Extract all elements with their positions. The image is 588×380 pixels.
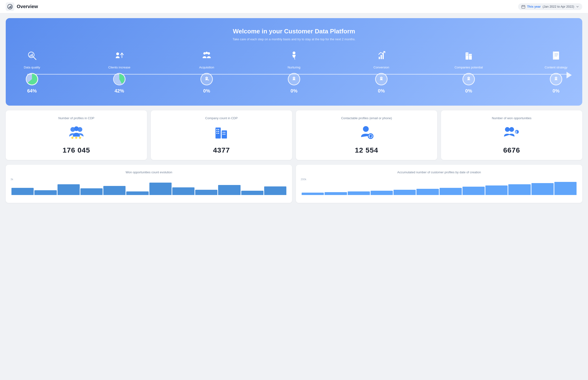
step-conversion-label: Conversion	[373, 66, 389, 69]
stat-won-opps-title: Number of won opportunities	[446, 116, 577, 120]
svg-rect-20	[381, 55, 382, 59]
step-companies-potential-label: Companies potential	[455, 66, 483, 69]
svg-point-18	[293, 52, 295, 54]
step-nurturing-circle	[288, 73, 300, 85]
companies-potential-icon	[464, 51, 474, 63]
bar	[218, 185, 240, 195]
nurturing-icon	[289, 51, 299, 63]
step-companies-potential-circle	[463, 73, 475, 85]
bar	[103, 186, 125, 195]
svg-rect-23	[469, 54, 472, 60]
conversion-icon	[376, 51, 386, 63]
hero-title: Welcome in your Customer Data Platform	[13, 28, 575, 35]
step-companies-potential[interactable]: Companies potential 0%	[454, 51, 483, 94]
stat-card-companies: Company count in CDP 4377	[151, 110, 292, 160]
step-acquisition[interactable]: Acquisition 0%	[192, 51, 221, 94]
date-range-label: (Jan 2022 to Apr 2022)	[543, 5, 574, 8]
calendar-icon	[521, 5, 525, 9]
chart-won-opp-y-label: 3k	[11, 178, 13, 181]
svg-line-9	[33, 57, 36, 60]
svg-rect-51	[223, 134, 223, 135]
svg-rect-2	[10, 6, 11, 8]
stat-card-contactable: Contactable profiles (email or phone) 12…	[296, 110, 437, 160]
bar	[195, 190, 217, 195]
stat-card-profiles: Number of profiles in CDP ⭐ ⭐ ⭐ 176 045	[6, 110, 147, 160]
step-content-strategy-circle	[550, 73, 562, 85]
step-data-quality-label: Data quality	[24, 66, 40, 69]
stat-profiles-value: 176 045	[11, 146, 142, 154]
acquisition-icon	[202, 51, 212, 63]
chart-won-opportunities: Won opportunities count evolution 3k	[6, 165, 292, 203]
svg-point-16	[205, 52, 208, 54]
bar	[485, 186, 507, 195]
step-data-quality[interactable]: Data quality 64%	[18, 51, 46, 94]
step-clients-increase[interactable]: Clients increase 42%	[105, 51, 134, 94]
step-data-quality-circle	[26, 73, 38, 85]
step-data-quality-percent: 64%	[27, 88, 37, 94]
bar	[324, 192, 347, 195]
bar	[58, 184, 80, 195]
step-clients-increase-circle	[113, 73, 125, 85]
step-companies-potential-percent: 0%	[465, 88, 472, 94]
header-left: Overview	[6, 2, 38, 11]
svg-text:€: €	[515, 130, 517, 134]
chevron-down-icon	[576, 5, 579, 8]
step-content-strategy[interactable]: Content strategy 0%	[542, 51, 570, 94]
chart-won-opp-title: Won opportunities count evolution	[11, 171, 287, 174]
svg-point-13	[116, 53, 119, 55]
svg-rect-25	[467, 53, 468, 54]
svg-rect-27	[467, 55, 468, 56]
step-acquisition-circle	[201, 73, 213, 85]
svg-rect-4	[522, 5, 525, 8]
stat-profiles-title: Number of profiles in CDP	[11, 116, 142, 120]
step-acquisition-label: Acquisition	[199, 66, 214, 69]
bar	[554, 182, 577, 195]
svg-rect-19	[379, 57, 380, 59]
stat-profiles-icon: ⭐ ⭐ ⭐	[11, 125, 142, 142]
charts-grid: Won opportunities count evolution 3k	[6, 165, 582, 203]
stat-contactable-value: 12 554	[301, 146, 432, 154]
stats-grid: Number of profiles in CDP ⭐ ⭐ ⭐ 176 045 …	[6, 110, 582, 160]
bar	[241, 191, 264, 195]
bar	[149, 183, 172, 195]
stat-won-opps-value: 6676	[446, 146, 577, 154]
chart-profiles: Accumulated number of customer profiles …	[296, 165, 582, 203]
logo-icon	[6, 2, 14, 11]
svg-rect-49	[223, 132, 223, 133]
svg-text:⭐: ⭐	[79, 136, 81, 139]
step-nurturing-percent: 0%	[291, 88, 298, 94]
step-conversion[interactable]: Conversion 0%	[367, 51, 396, 94]
svg-rect-46	[218, 131, 219, 132]
date-picker-button[interactable]: This year (Jan 2022 to Apr 2022)	[518, 3, 582, 10]
step-nurturing[interactable]: Nurturing 0%	[280, 51, 308, 94]
svg-rect-12	[32, 54, 33, 57]
svg-rect-21	[383, 53, 384, 59]
step-nurturing-label: Nurturing	[287, 66, 300, 69]
svg-point-53	[363, 126, 369, 132]
svg-rect-28	[470, 55, 470, 56]
bar	[34, 190, 57, 195]
bar	[463, 187, 485, 195]
bar	[508, 184, 530, 195]
stat-contactable-icon	[301, 125, 432, 142]
svg-rect-24	[466, 53, 467, 54]
clients-increase-icon	[114, 51, 124, 63]
bar	[416, 189, 439, 195]
svg-rect-43	[216, 129, 217, 130]
svg-rect-3	[11, 5, 11, 8]
bar	[11, 188, 34, 195]
hero-subtitle: Take care of each step on a monthly basi…	[13, 38, 575, 41]
this-year-label: This year	[527, 5, 541, 8]
stat-card-won-opps: Number of won opportunities € 6676	[441, 110, 582, 160]
step-clients-increase-percent: 42%	[115, 88, 124, 94]
content-strategy-icon	[551, 51, 561, 63]
stat-companies-value: 4377	[156, 146, 287, 154]
svg-rect-10	[30, 55, 30, 57]
stat-companies-icon	[156, 125, 287, 142]
step-conversion-percent: 0%	[378, 88, 385, 94]
page-title: Overview	[17, 4, 38, 9]
svg-rect-1	[9, 7, 10, 8]
bar	[393, 190, 416, 195]
step-content-strategy-percent: 0%	[553, 88, 560, 94]
svg-rect-11	[31, 54, 32, 57]
